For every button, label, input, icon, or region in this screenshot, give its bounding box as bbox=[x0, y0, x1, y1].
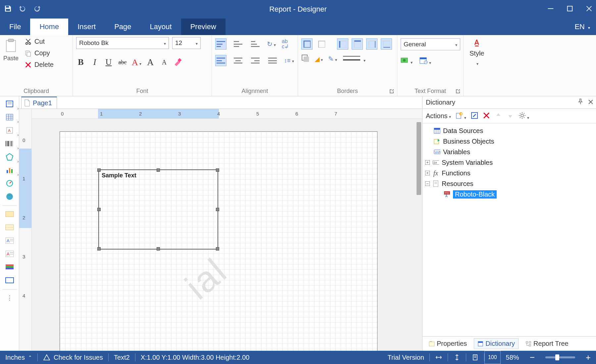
panel-close-icon[interactable] bbox=[588, 99, 593, 106]
tool-band-empty[interactable] bbox=[2, 274, 17, 287]
tab-layout[interactable]: Layout bbox=[141, 19, 181, 35]
zoom-percent[interactable]: 58% bbox=[501, 351, 524, 364]
node-variables[interactable]: VARVariables bbox=[425, 147, 593, 157]
bottom-tab-report-tree[interactable]: Report Tree bbox=[522, 338, 572, 349]
tool-band-a1[interactable]: A bbox=[2, 234, 17, 247]
shrink-font-button[interactable]: A bbox=[160, 59, 169, 66]
tool-gauge[interactable] bbox=[2, 177, 17, 190]
grow-font-button[interactable]: A bbox=[146, 57, 155, 68]
bottom-tab-dictionary[interactable]: Dictionary bbox=[474, 338, 519, 349]
tool-band-data[interactable] bbox=[2, 221, 17, 234]
align-horizontal-button[interactable] bbox=[430, 351, 448, 364]
check-issues-button[interactable]: Check for Issues bbox=[38, 351, 108, 364]
align-top-button[interactable] bbox=[215, 38, 226, 50]
border-right-button[interactable] bbox=[366, 38, 377, 50]
zoom-in-button[interactable]: + bbox=[580, 351, 596, 364]
border-color-button[interactable]: ✎ bbox=[328, 55, 337, 63]
line-spacing-button[interactable]: ↕≡ bbox=[284, 57, 294, 64]
text-component[interactable]: Sample Text bbox=[98, 169, 218, 250]
bold-button[interactable]: B bbox=[76, 57, 85, 67]
cut-button[interactable]: Cut bbox=[23, 37, 56, 46]
tool-table[interactable]: › bbox=[2, 111, 17, 123]
format-combo[interactable]: General bbox=[401, 38, 460, 50]
strike-button[interactable]: abc bbox=[118, 59, 127, 66]
textformat-dialog-launcher-icon[interactable] bbox=[455, 89, 461, 94]
copy-button[interactable]: Copy bbox=[23, 49, 56, 58]
tool-more[interactable]: ⋮ bbox=[2, 292, 17, 304]
canvas-scrollbar[interactable] bbox=[416, 119, 422, 351]
align-right-button[interactable] bbox=[250, 55, 261, 66]
bottom-tab-properties[interactable]: Properties bbox=[425, 338, 471, 349]
close-icon[interactable] bbox=[585, 5, 593, 14]
border-style-button[interactable] bbox=[342, 55, 366, 63]
tool-band-header[interactable] bbox=[2, 208, 17, 220]
tool-chart[interactable]: › bbox=[2, 164, 17, 176]
borders-dialog-launcher-icon[interactable] bbox=[389, 89, 394, 94]
design-canvas[interactable]: ial Sample Text bbox=[32, 119, 422, 351]
move-up-button[interactable] bbox=[495, 112, 502, 120]
units-selector[interactable]: Inches ⌃ bbox=[0, 351, 37, 364]
pin-icon[interactable] bbox=[577, 99, 583, 106]
style-gallery-button[interactable]: A̲ Style bbox=[464, 35, 490, 70]
report-page[interactable]: ial Sample Text bbox=[60, 131, 377, 351]
tab-preview[interactable]: Preview bbox=[181, 19, 225, 35]
language-selector[interactable]: EN bbox=[574, 19, 590, 35]
font-color-button[interactable]: A bbox=[132, 57, 141, 68]
border-left-button[interactable] bbox=[337, 38, 348, 50]
page-view-button[interactable] bbox=[466, 351, 484, 364]
underline-button[interactable]: U bbox=[104, 57, 113, 67]
node-functions[interactable]: +fxFunctions bbox=[425, 168, 593, 178]
paste-button[interactable]: Paste bbox=[3, 38, 19, 62]
align-center-button[interactable] bbox=[232, 55, 244, 66]
delete-item-button[interactable] bbox=[483, 112, 490, 120]
zoom-slider[interactable] bbox=[540, 351, 580, 364]
vertical-ruler[interactable]: 0 1 2 3 4 bbox=[19, 109, 32, 351]
horizontal-ruler[interactable]: 0 1 2 3 4 5 6 7 bbox=[32, 109, 422, 119]
align-left-button[interactable] bbox=[215, 55, 226, 66]
node-roboto-black[interactable]: TTCARoboto-Black bbox=[425, 189, 593, 200]
tab-insert[interactable]: Insert bbox=[68, 19, 105, 35]
zoom-out-button[interactable]: − bbox=[524, 351, 540, 364]
maximize-icon[interactable] bbox=[566, 5, 573, 14]
tool-text[interactable]: › bbox=[2, 98, 17, 110]
wrap-text-button[interactable]: abc↲ bbox=[282, 39, 289, 49]
edit-item-button[interactable] bbox=[471, 112, 478, 120]
node-resources[interactable]: –Resources bbox=[425, 178, 593, 189]
tool-band-a2[interactable]: A bbox=[2, 248, 17, 260]
italic-button[interactable]: I bbox=[90, 57, 99, 67]
move-down-button[interactable] bbox=[507, 112, 514, 120]
page-tab-page1[interactable]: Page1 bbox=[21, 97, 57, 109]
tool-richtext[interactable]: A› bbox=[2, 124, 17, 137]
clear-formatting-button[interactable] bbox=[174, 57, 182, 67]
border-top-button[interactable] bbox=[352, 38, 363, 50]
tab-page[interactable]: Page bbox=[105, 19, 140, 35]
currency-format-button[interactable] bbox=[401, 57, 413, 65]
node-data-sources[interactable]: Data Sources bbox=[425, 125, 593, 136]
redo-icon[interactable] bbox=[33, 5, 41, 14]
tool-band-colors[interactable] bbox=[2, 261, 17, 273]
shadow-button[interactable] bbox=[301, 54, 309, 64]
rotate-button[interactable]: ↻ bbox=[267, 40, 276, 48]
save-icon[interactable] bbox=[4, 5, 12, 14]
zoom-box[interactable]: 100 bbox=[484, 351, 501, 364]
align-middle-button[interactable] bbox=[232, 38, 244, 50]
new-item-button[interactable]: ★ bbox=[456, 112, 466, 120]
fill-color-button[interactable]: ◢ bbox=[315, 55, 323, 63]
date-format-button[interactable] bbox=[419, 56, 431, 66]
border-bottom-button[interactable] bbox=[381, 38, 392, 50]
tab-home[interactable]: Home bbox=[30, 19, 68, 35]
settings-button[interactable] bbox=[519, 112, 529, 120]
undo-icon[interactable] bbox=[19, 5, 26, 14]
actions-dropdown[interactable]: Actions bbox=[426, 112, 451, 120]
tool-map[interactable] bbox=[2, 190, 17, 203]
align-justify-button[interactable] bbox=[267, 55, 278, 66]
minimize-icon[interactable] bbox=[547, 5, 554, 14]
dictionary-tree[interactable]: Data Sources Business Objects VARVariabl… bbox=[422, 123, 596, 336]
border-none-button[interactable] bbox=[316, 38, 327, 50]
align-vertical-button[interactable] bbox=[448, 351, 466, 364]
align-bottom-button[interactable] bbox=[250, 38, 261, 50]
border-all-button[interactable] bbox=[301, 38, 313, 50]
font-name-combo[interactable]: Roboto Bk bbox=[76, 37, 169, 49]
delete-button[interactable]: Delete bbox=[23, 60, 56, 69]
tool-barcode[interactable]: › bbox=[2, 137, 17, 150]
